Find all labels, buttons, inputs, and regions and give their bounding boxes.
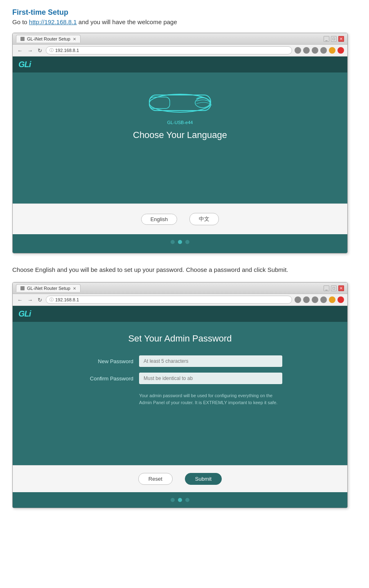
new-password-label: New Password (78, 358, 139, 364)
intro-prefix: Go to (12, 18, 29, 25)
back-btn-2[interactable]: ← (16, 297, 24, 303)
dot-1-2 (178, 240, 182, 244)
language-title-1: Choose Your Language (133, 130, 227, 140)
english-btn[interactable]: English (141, 214, 178, 225)
browser-tab-1[interactable]: GL-iNet Router Setup ✕ (16, 35, 81, 43)
tab-favicon-1 (20, 37, 25, 41)
dot-1-1 (171, 240, 175, 244)
browser-icon-exit-2 (338, 296, 344, 303)
address-box-1[interactable]: ⓘ 192.168.8.1 (46, 46, 292, 54)
browser-icon-cast-1 (320, 47, 327, 54)
router-page-2: GLi Set Your Admin Password New Password… (13, 306, 347, 508)
dot-2-1 (171, 498, 175, 502)
browser-icons-2 (295, 296, 344, 303)
gli-logo-1: GLi (18, 60, 31, 69)
router-topbar-1: GLi (13, 57, 347, 72)
new-password-row: New Password (78, 355, 282, 367)
router-main-1: GL-USB-e44 Choose Your Language (13, 72, 347, 204)
action-bar: Reset Submit (13, 465, 347, 492)
browser-icon-sync-2 (312, 296, 318, 303)
browser-titlebar-1: GL-iNet Router Setup ✕ _ □ ✕ (13, 33, 347, 45)
win-maximize-1[interactable]: □ (331, 36, 337, 42)
back-btn-1[interactable]: ← (16, 47, 24, 54)
tab-close-1[interactable]: ✕ (73, 37, 76, 41)
confirm-password-input[interactable] (139, 373, 282, 384)
win-maximize-2[interactable]: □ (331, 285, 337, 291)
tab-label-2: GL-iNet Router Setup (27, 286, 70, 291)
intro-suffix: and you will have the welcome page (77, 18, 177, 25)
gli-logo-2: GLi (18, 309, 31, 318)
browser-icon-user-1 (329, 47, 335, 54)
new-password-input[interactable] (139, 355, 282, 367)
win-close-2[interactable]: ✕ (338, 285, 344, 291)
browser-icon-menu-2 (303, 296, 310, 303)
browser-icon-exit-1 (338, 47, 344, 54)
address-box-2[interactable]: ⓘ 192.168.8.1 (46, 296, 292, 304)
dot-2-2 (178, 498, 182, 502)
confirm-password-label: Confirm Password (78, 375, 139, 382)
router-password-main: Set Your Admin Password New Password Con… (13, 322, 347, 465)
intro-paragraph: Go to http://192.168.8.1 and you will ha… (12, 18, 357, 25)
forward-btn-2[interactable]: → (26, 297, 34, 303)
browser-window-1: GL-iNet Router Setup ✕ _ □ ✕ ← → ↻ ⓘ 192… (12, 33, 348, 253)
tab-close-2[interactable]: ✕ (73, 286, 76, 291)
chinese-btn[interactable]: 中文 (189, 213, 219, 225)
router-topbar-2: GLi (13, 306, 347, 322)
router-page-1: GLi GL-USB-e44 Choose Your Language Engl… (13, 57, 347, 253)
browser-window-2: GL-iNet Router Setup ✕ _ □ ✕ ← → ↻ ⓘ 192… (12, 282, 348, 508)
browser-titlebar-2: GL-iNet Router Setup ✕ _ □ ✕ (13, 283, 347, 294)
password-title: Set Your Admin Password (128, 333, 232, 344)
device-label-1: GL-USB-e44 (167, 120, 193, 125)
browser-addressbar-1: ← → ↻ ⓘ 192.168.8.1 (13, 45, 347, 57)
win-close-1[interactable]: ✕ (338, 36, 344, 42)
reload-btn-1[interactable]: ↻ (36, 47, 43, 54)
window-controls-1: _ □ ✕ (324, 36, 344, 42)
submit-button[interactable]: Submit (185, 473, 222, 485)
browser-addressbar-2: ← → ↻ ⓘ 192.168.8.1 (13, 294, 347, 306)
browser-icons-1 (295, 47, 344, 54)
language-bar-1: English 中文 (13, 204, 347, 234)
password-hint: Your admin password will be used for con… (78, 392, 282, 406)
router-link[interactable]: http://192.168.8.1 (29, 18, 77, 25)
win-minimize-2[interactable]: _ (324, 285, 329, 291)
tab-label-1: GL-iNet Router Setup (27, 36, 70, 41)
browser-icon-star-1 (295, 47, 301, 54)
forward-btn-1[interactable]: → (26, 47, 34, 54)
dot-2-3 (185, 498, 189, 502)
browser-tab-2[interactable]: GL-iNet Router Setup ✕ (16, 284, 81, 292)
browser-icon-user-2 (329, 296, 335, 303)
browser-icon-cast-2 (320, 296, 327, 303)
browser-icon-menu-1 (303, 47, 310, 54)
page-title: First-time Setup (12, 8, 357, 17)
confirm-password-row: Confirm Password (78, 373, 282, 384)
router-footer-1 (13, 234, 347, 250)
address-text-1: 192.168.8.1 (55, 48, 79, 53)
browser-icon-sync-1 (312, 47, 318, 54)
router-footer-2 (13, 492, 347, 508)
address-text-2: 192.168.8.1 (55, 297, 79, 302)
tab-favicon-2 (20, 286, 25, 290)
between-paragraph: Choose English and you will be asked to … (12, 265, 357, 275)
browser-icon-star-2 (295, 296, 301, 303)
win-minimize-1[interactable]: _ (324, 36, 329, 42)
dot-1-3 (185, 240, 189, 244)
window-controls-2: _ □ ✕ (324, 285, 344, 291)
usb-device-svg (139, 81, 221, 118)
reload-btn-2[interactable]: ↻ (36, 297, 43, 303)
reset-button[interactable]: Reset (138, 473, 173, 485)
